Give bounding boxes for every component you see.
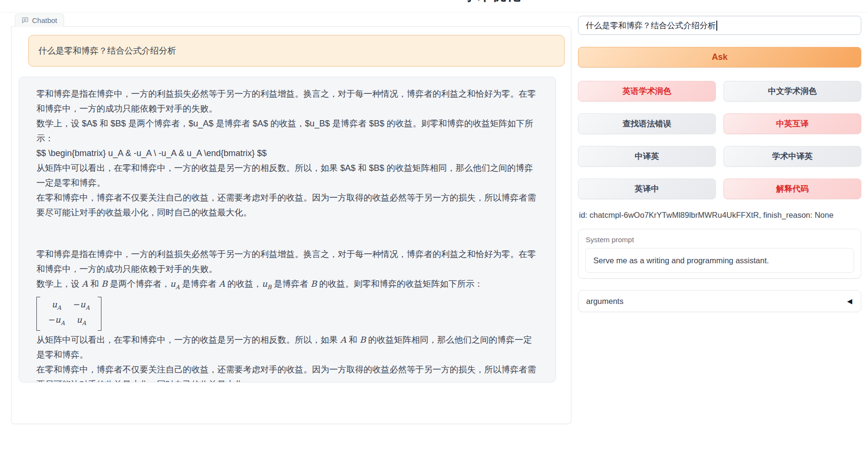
inline-math: B xyxy=(101,279,108,289)
chatbot-label: Chatbot xyxy=(32,16,57,24)
inline-math: B xyxy=(360,335,366,345)
bot-message-rendered-latex: 零和博弈是指在博弈中，一方的利益损失必然等于另一方的利益增益。换言之，对于每一种… xyxy=(36,247,538,382)
bot-message-line: 从矩阵中可以看出，在零和博弈中，一方的收益是另一方的相反数。所以，如果 $A$ … xyxy=(36,161,538,191)
bot-message-line: 在零和博弈中，博弈者不仅要关注自己的收益，还需要考虑对手的收益。因为一方取得的收… xyxy=(36,191,538,220)
function-button[interactable]: 中文学术润色 xyxy=(723,81,861,101)
function-button[interactable]: 中译英 xyxy=(578,146,716,167)
user-message-text: 什么是零和博弈？结合公式介绍分析 xyxy=(38,45,176,56)
chat-bubble-icon xyxy=(22,17,29,24)
bot-message-line: 在零和博弈中，博弈者不仅要关注自己的收益，还需要考虑对手的收益。因为一方取得的收… xyxy=(36,362,538,383)
bot-message-line: 零和博弈是指在博弈中，一方的利益损失必然等于另一方的利益增益。换言之，对于每一种… xyxy=(36,87,538,116)
system-prompt-value: Serve me as a writing and programming as… xyxy=(593,256,769,265)
matrix-cell: uA xyxy=(44,298,69,314)
function-button-grid: 英语学术润色中文学术润色查找语法错误中英互译中译英学术中译英英译中解释代码 xyxy=(578,81,861,199)
bot-message-line: $$ \begin{bmatrix} u_A & -u_A \ -u_A & u… xyxy=(36,146,538,161)
bot-message-line: 从矩阵中可以看出，在零和博弈中，一方的收益是另一方的相反数。所以，如果 A 和 … xyxy=(36,333,538,362)
inline-math: −uA xyxy=(48,315,65,325)
chat-input[interactable]: 什么是零和博弈？结合公式介绍分析 xyxy=(578,16,861,35)
function-button[interactable]: 查找语法错误 xyxy=(578,113,716,134)
system-prompt-box: System prompt Serve me as a writing and … xyxy=(578,229,861,279)
top-divider xyxy=(0,12,868,12)
inline-math: −uA xyxy=(73,300,90,309)
matrix-bracket-right xyxy=(98,297,101,331)
arguments-accordion[interactable]: arguments ◀ xyxy=(578,290,861,312)
app: ChatGPT 学术优化 Chatbot 什么是零和博弈？结合公式介绍分析 零和… xyxy=(0,0,868,460)
inline-math: B xyxy=(311,279,317,289)
ask-button[interactable]: Ask xyxy=(578,47,861,67)
matrix-body: uA−uA−uAuA xyxy=(40,297,98,331)
function-button[interactable]: 英语学术润色 xyxy=(578,81,716,101)
function-button[interactable]: 中英互译 xyxy=(723,113,861,134)
chatbot-label-chip: Chatbot xyxy=(15,13,64,27)
inline-math: A xyxy=(340,335,346,345)
bot-message-line: 数学上，设 $A$ 和 $B$ 是两个博弈者，$u_A$ 是博弈者 $A$ 的收… xyxy=(36,116,538,146)
matrix-cell: −uA xyxy=(44,314,69,329)
matrix-row: −uAuA xyxy=(44,314,94,329)
system-prompt-label: System prompt xyxy=(586,236,861,244)
matrix-bracket-left xyxy=(36,297,40,331)
inline-math: uA xyxy=(170,279,180,289)
inline-math: A xyxy=(82,279,88,289)
function-button[interactable]: 英译中 xyxy=(578,179,716,199)
message-gap xyxy=(36,220,538,247)
matrix-row: uA−uA xyxy=(44,298,94,314)
arguments-accordion-label: arguments xyxy=(586,297,623,306)
bot-message-line: 零和博弈是指在博弈中，一方的利益损失必然等于另一方的利益增益。换言之，对于每一种… xyxy=(36,247,538,277)
function-button[interactable]: 学术中译英 xyxy=(723,146,861,167)
system-prompt-input[interactable]: Serve me as a writing and programming as… xyxy=(585,248,854,273)
bot-message-raw-latex: 零和博弈是指在博弈中，一方的利益损失必然等于另一方的利益增益。换言之，对于每一种… xyxy=(36,87,538,220)
payoff-matrix: uA−uA−uAuA xyxy=(36,297,101,331)
bot-message-line: 数学上，设 A 和 B 是两个博弈者，uA 是博弈者 A 的收益，uB 是博弈者… xyxy=(36,277,538,295)
status-line: id: chatcmpl-6wOo7KrYTwMl89lbrMWRu4UkFFX… xyxy=(579,211,862,220)
page-title: ChatGPT 学术优化 xyxy=(51,0,868,4)
matrix-cell: −uA xyxy=(69,298,94,314)
chat-input-value: 什么是零和博弈？结合公式介绍分析 xyxy=(586,20,716,31)
user-message-bubble: 什么是零和博弈？结合公式介绍分析 xyxy=(28,35,565,67)
ask-button-label: Ask xyxy=(712,52,727,62)
inline-math: uA xyxy=(77,315,86,325)
matrix-cell: uA xyxy=(69,314,94,329)
function-button[interactable]: 解释代码 xyxy=(723,179,861,199)
inline-math: uA xyxy=(52,300,61,309)
bot-message-bubble: 零和博弈是指在博弈中，一方的利益损失必然等于另一方的利益增益。换言之，对于每一种… xyxy=(19,77,556,382)
inline-math: uB xyxy=(262,279,271,289)
text-caret xyxy=(716,21,717,31)
collapse-arrow-icon: ◀ xyxy=(847,297,852,305)
chatbot-panel: 什么是零和博弈？结合公式介绍分析 零和博弈是指在博弈中，一方的利益损失必然等于另… xyxy=(11,26,571,424)
inline-math: A xyxy=(219,279,225,289)
